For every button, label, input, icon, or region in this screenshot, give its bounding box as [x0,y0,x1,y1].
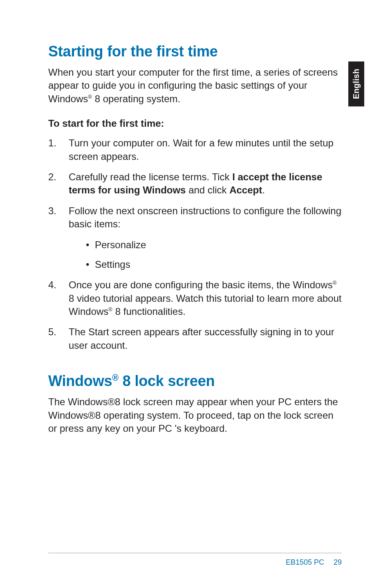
registered-mark: ® [108,306,112,312]
subheading-to-start: To start for the first time: [48,118,342,129]
step-text-mid: and click [186,184,229,195]
step-1: 1. Turn your computer on. Wait for a few… [48,137,342,163]
step-4: 4. Once you are done configuring the bas… [48,278,342,318]
step-text: Follow the next onscreen instructions to… [69,205,341,229]
step-number: 1. [48,137,56,150]
steps-list: 1. Turn your computer on. Wait for a few… [48,137,342,352]
heading2-post: 8 lock screen [119,373,215,389]
registered-mark: ® [333,280,337,286]
bullet-personalize: Personalize [86,238,342,251]
footer-page-number: 29 [334,558,342,566]
heading-lock-screen: Windows® 8 lock screen [48,373,342,390]
step-text-post: 8 functionalities. [112,306,186,317]
step-3: 3. Follow the next onscreen instructions… [48,204,342,272]
intro1-suffix: 8 operating system. [92,93,180,104]
step-number: 4. [48,278,56,292]
page-content: Starting for the first time When you sta… [0,0,390,435]
step-text-mid: 8 video tutorial appears. Watch this tut… [69,293,341,317]
step-text: Turn your computer on. Wait for a few mi… [69,137,334,162]
step-5: 5. The Start screen appears after succes… [48,325,342,352]
registered-mark: ® [112,373,119,383]
page-footer: EB1505 PC 29 [48,553,342,567]
intro-paragraph-2: The Windows®8 lock screen may appear whe… [48,395,342,435]
registered-mark: ® [88,94,92,100]
heading2-pre: Windows [48,373,112,389]
step-number: 5. [48,325,56,339]
intro-paragraph-1: When you start your computer for the fir… [48,66,342,105]
step-bold-2: Accept [229,184,262,195]
step-text: The Start screen appears after successfu… [69,326,334,350]
step-text-pre: Carefully read the license terms. Tick [69,171,232,182]
sub-bullets: Personalize Settings [86,238,342,272]
footer-product: EB1505 PC [286,558,324,566]
step-number: 3. [48,204,56,218]
step-text-pre: Once you are done configuring the basic … [69,279,333,290]
heading-starting: Starting for the first time [48,43,342,60]
step-text-post: . [262,184,265,195]
step-number: 2. [48,171,56,184]
bullet-settings: Settings [86,258,342,271]
step-2: 2. Carefully read the license terms. Tic… [48,171,342,197]
